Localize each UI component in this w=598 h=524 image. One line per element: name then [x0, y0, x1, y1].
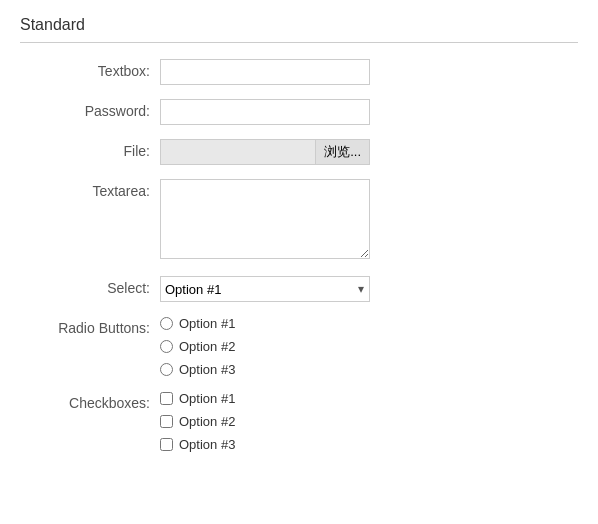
radio-control: Option #1 Option #2 Option #3: [160, 316, 578, 377]
password-label: Password:: [20, 99, 160, 119]
checkbox-input-2[interactable]: [160, 415, 173, 428]
select-wrapper: Option #1 Option #2 Option #3: [160, 276, 370, 302]
checkbox-label: Checkboxes:: [20, 391, 160, 411]
section-title: Standard: [20, 16, 578, 43]
password-row: Password:: [20, 99, 578, 125]
checkbox-input-3[interactable]: [160, 438, 173, 451]
radio-input-1[interactable]: [160, 317, 173, 330]
file-path-display: [160, 139, 315, 165]
radio-item-2[interactable]: Option #2: [160, 339, 578, 354]
checkbox-control: Option #1 Option #2 Option #3: [160, 391, 578, 452]
radio-input-2[interactable]: [160, 340, 173, 353]
textarea-label: Textarea:: [20, 179, 160, 199]
checkbox-label-3[interactable]: Option #3: [179, 437, 235, 452]
standard-section: Standard Textbox: Password: File: 浏览... …: [0, 0, 598, 486]
radio-item-1[interactable]: Option #1: [160, 316, 578, 331]
checkbox-item-1[interactable]: Option #1: [160, 391, 578, 406]
radio-label-3[interactable]: Option #3: [179, 362, 235, 377]
textbox-control: [160, 59, 578, 85]
checkbox-label-1[interactable]: Option #1: [179, 391, 235, 406]
radio-row: Radio Buttons: Option #1 Option #2 Optio…: [20, 316, 578, 377]
textarea-input[interactable]: [160, 179, 370, 259]
textbox-row: Textbox:: [20, 59, 578, 85]
select-input[interactable]: Option #1 Option #2 Option #3: [160, 276, 370, 302]
checkbox-row: Checkboxes: Option #1 Option #2 Option #…: [20, 391, 578, 452]
password-control: [160, 99, 578, 125]
file-browse-button[interactable]: 浏览...: [315, 139, 370, 165]
textarea-row: Textarea:: [20, 179, 578, 262]
file-label: File:: [20, 139, 160, 159]
textarea-control: [160, 179, 578, 262]
radio-label-1[interactable]: Option #1: [179, 316, 235, 331]
file-input-wrapper: 浏览...: [160, 139, 370, 165]
file-control: 浏览...: [160, 139, 578, 165]
checkbox-input-1[interactable]: [160, 392, 173, 405]
radio-group: Option #1 Option #2 Option #3: [160, 316, 578, 377]
file-row: File: 浏览...: [20, 139, 578, 165]
checkbox-label-2[interactable]: Option #2: [179, 414, 235, 429]
select-label: Select:: [20, 276, 160, 296]
radio-label-2[interactable]: Option #2: [179, 339, 235, 354]
select-row: Select: Option #1 Option #2 Option #3: [20, 276, 578, 302]
select-control: Option #1 Option #2 Option #3: [160, 276, 578, 302]
password-input[interactable]: [160, 99, 370, 125]
checkbox-item-2[interactable]: Option #2: [160, 414, 578, 429]
checkbox-group: Option #1 Option #2 Option #3: [160, 391, 578, 452]
radio-label: Radio Buttons:: [20, 316, 160, 336]
radio-input-3[interactable]: [160, 363, 173, 376]
radio-item-3[interactable]: Option #3: [160, 362, 578, 377]
checkbox-item-3[interactable]: Option #3: [160, 437, 578, 452]
textbox-label: Textbox:: [20, 59, 160, 79]
textbox-input[interactable]: [160, 59, 370, 85]
